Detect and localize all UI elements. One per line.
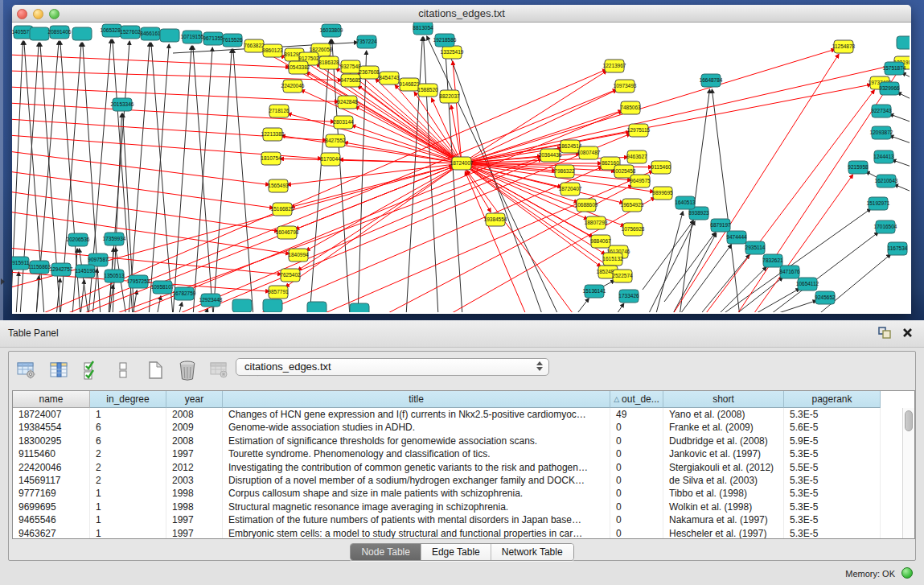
cell-in-degree[interactable]: 1 (90, 527, 166, 538)
cell-out-de-[interactable]: 0 (610, 447, 663, 460)
graph-node[interactable]: 11156863 (28, 261, 51, 274)
graph-node[interactable]: 9227343 (871, 105, 892, 117)
graph-node[interactable]: 9146821 (399, 78, 420, 91)
cell-out-de-[interactable]: 0 (610, 474, 663, 487)
cell-name[interactable]: 9463627 (13, 527, 90, 538)
graph-node[interactable]: 8454743 (379, 72, 400, 84)
cell-out-de-[interactable]: 0 (610, 461, 663, 474)
cell-title[interactable]: Structural magnetic resonance image aver… (223, 501, 610, 513)
graph-node[interactable]: 15136141 (583, 285, 606, 298)
cell-pagerank[interactable]: 5.3E-5 (784, 474, 881, 487)
cell-pagerank[interactable]: 5.3E-5 (784, 487, 881, 500)
cell-short[interactable]: Wolkin et al. (1998) (663, 501, 784, 513)
graph-node[interactable] (232, 299, 252, 312)
cell-year[interactable]: 1998 (166, 487, 223, 500)
graph-node[interactable]: 18720407 (559, 183, 582, 196)
clear-selection-icon[interactable] (112, 359, 134, 381)
graph-node[interactable]: 9242848 (337, 96, 358, 109)
table-row[interactable]: 1938455462009Genome-wide association stu… (13, 421, 902, 434)
graph-node[interactable]: 7485063 (620, 101, 641, 114)
graph-node[interactable]: 16033809 (320, 24, 343, 37)
graph-node[interactable]: 19654923 (621, 199, 644, 212)
cell-in-degree[interactable]: 1 (90, 501, 166, 513)
graph-node[interactable]: 7986322 (554, 165, 575, 178)
cell-short[interactable]: Stergiakouli et al. (2012) (663, 461, 784, 474)
graph-node[interactable]: 22420046 (281, 80, 305, 93)
graph-node[interactable]: 17359934 (103, 233, 126, 245)
graph-node[interactable]: 12923448 (199, 294, 223, 307)
graph-node[interactable]: 9474444 (726, 231, 747, 244)
graph-node[interactable]: 16210643 (875, 175, 898, 187)
graph-node[interactable]: 10958107 (151, 281, 175, 294)
graph-node[interactable]: 15192971 (867, 197, 890, 210)
graph-node[interactable]: 7357224 (356, 35, 377, 48)
table-row[interactable]: 2242004622012Investigating the contribut… (13, 461, 902, 474)
cell-in-degree[interactable]: 1 (90, 487, 166, 500)
graph-node[interactable]: 10973493 (614, 80, 637, 93)
table-vertical-scrollbar[interactable] (902, 408, 914, 538)
new-file-icon[interactable] (144, 359, 166, 381)
graph-node[interactable]: 9671355 (203, 32, 224, 45)
graph-node[interactable]: 20206536 (67, 233, 90, 246)
cell-pagerank[interactable]: 5.3E-5 (784, 513, 881, 526)
zoom-window-button[interactable] (49, 9, 60, 19)
cell-year[interactable]: 2009 (166, 421, 223, 434)
cell-short[interactable]: Franke et al. (2009) (663, 421, 784, 434)
table-row[interactable]: 1456911722003Disruption of a novel membe… (13, 474, 902, 487)
cell-year[interactable]: 1998 (166, 501, 223, 513)
graph-node[interactable]: 10756928 (622, 223, 645, 236)
panel-collapse-arrow-icon[interactable] (1, 278, 5, 285)
graph-node[interactable]: 9899695 (652, 187, 673, 200)
graph-node[interactable]: 12975115 (627, 124, 651, 137)
graph-node[interactable] (350, 303, 369, 312)
graph-node[interactable]: 10543382 (287, 61, 310, 74)
table-row[interactable]: 1872400712008Changes of HCN gene express… (13, 408, 902, 421)
column-header-short[interactable]: short (663, 391, 784, 408)
graph-node[interactable]: 2367608 (359, 66, 380, 79)
cell-year[interactable]: 1997 (166, 513, 223, 526)
graph-node[interactable]: 8427552 (325, 134, 346, 147)
cell-year[interactable]: 2008 (166, 408, 223, 421)
graph-node[interactable]: 9329966 (879, 82, 900, 95)
graph-node[interactable]: 3915911 (12, 257, 30, 270)
cell-in-degree[interactable]: 6 (90, 435, 166, 447)
graph-node[interactable]: 8822037 (439, 90, 460, 103)
float-panel-icon[interactable] (878, 327, 891, 339)
graph-node[interactable]: 1527602 (120, 26, 141, 39)
graph-node[interactable]: 10688609 (575, 199, 598, 212)
graph-node[interactable]: 1733426 (618, 290, 639, 303)
graph-node[interactable]: 9860123 (262, 44, 283, 57)
memory-ok-indicator[interactable] (901, 567, 913, 579)
cell-title[interactable]: Corpus callosum shape and size in male p… (223, 487, 610, 500)
cell-in-degree[interactable]: 2 (90, 447, 166, 460)
cell-out-de-[interactable]: 0 (610, 513, 663, 526)
cell-name[interactable]: 18300295 (13, 435, 90, 447)
cell-in-degree[interactable]: 2 (90, 461, 166, 474)
cell-name[interactable]: 18724007 (13, 408, 90, 421)
graph-node[interactable] (72, 27, 92, 40)
cell-short[interactable]: Nakamura et al. (1997) (663, 513, 784, 526)
cell-title[interactable]: Genome-wide association studies in ADHD. (223, 421, 610, 434)
graph-node[interactable] (160, 29, 179, 42)
graph-node[interactable]: 9649575 (630, 175, 651, 187)
graph-node[interactable]: 12213967 (603, 60, 626, 72)
column-header-year[interactable]: year (166, 391, 223, 408)
graph-node[interactable]: 2935114 (745, 241, 766, 254)
graph-node[interactable]: 9115460 (651, 161, 671, 174)
cell-out-de-[interactable]: 0 (610, 435, 663, 447)
graph-node[interactable]: 1350513 (104, 270, 125, 282)
cell-title[interactable]: Tourette syndrome. Phenomenology and cla… (223, 447, 610, 460)
graph-node[interactable]: 2522574 (612, 270, 633, 282)
cell-pagerank[interactable]: 5.5E-5 (784, 461, 881, 474)
graph-node[interactable]: 1588520 (417, 84, 438, 97)
table-row[interactable]: 946554611997Estimation of the future num… (13, 513, 902, 526)
minimize-window-button[interactable] (33, 9, 43, 19)
cell-in-degree[interactable]: 1 (90, 513, 166, 526)
graph-node[interactable]: 1615132 (602, 253, 623, 266)
graph-node[interactable]: 8813054 (413, 23, 433, 35)
cell-in-degree[interactable]: 2 (90, 474, 166, 487)
graph-node[interactable]: 19384554 (484, 213, 507, 226)
graph-node[interactable]: 20891406 (48, 26, 72, 39)
graph-node[interactable]: 18807293 (585, 216, 608, 229)
tab-network-table[interactable]: Network Table (491, 544, 573, 560)
